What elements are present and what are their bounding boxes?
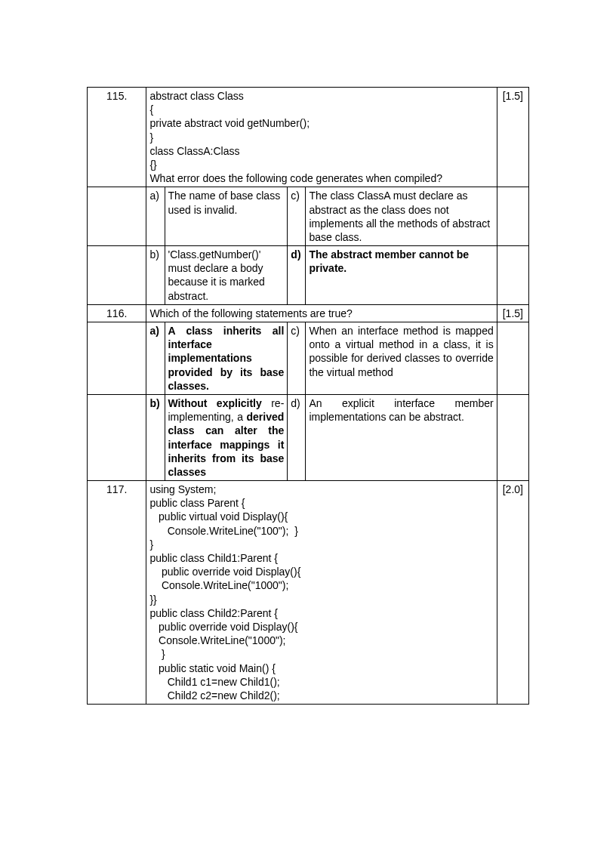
table-row: b) 'Class.getNumber()' must declare a bo…	[88, 246, 529, 305]
question-number: 117.	[88, 481, 146, 705]
table-row: a) A class inherits all interface implem…	[88, 322, 529, 395]
question-text: Which of the following statements are tr…	[146, 304, 497, 322]
option-text: An explicit interface member implementat…	[306, 394, 497, 480]
option-text: 'Class.getNumber()' must declare a body …	[165, 246, 288, 305]
question-table: 115. abstract class Class { private abst…	[87, 87, 529, 705]
option-label: c)	[288, 187, 306, 246]
table-row: 117. using System; public class Parent {…	[88, 481, 529, 705]
question-text: using System; public class Parent { publ…	[146, 481, 497, 705]
option-label: a)	[146, 187, 165, 246]
option-text: The name of base class used is invalid.	[165, 187, 288, 246]
option-label: d)	[288, 394, 306, 480]
option-text: When an interface method is mapped onto …	[306, 322, 497, 395]
question-marks: [2.0]	[497, 481, 528, 705]
question-text: abstract class Class { private abstract …	[146, 88, 497, 187]
option-text: Without explicitly re-implementing, a de…	[165, 394, 288, 480]
option-text: A class inherits all interface implement…	[165, 322, 288, 395]
table-row: a) The name of base class used is invali…	[88, 187, 529, 246]
option-text: The class ClassA must declare as abstrac…	[306, 187, 497, 246]
option-label: b)	[146, 394, 165, 480]
table-row: 115. abstract class Class { private abst…	[88, 88, 529, 187]
option-label: a)	[146, 322, 165, 395]
option-text-part: Without explicitly	[168, 397, 262, 409]
question-marks: [1.5]	[497, 88, 528, 187]
question-marks: [1.5]	[497, 304, 528, 322]
question-number: 115.	[88, 88, 146, 187]
question-number: 116.	[88, 304, 146, 322]
option-text: The abstract member cannot be private.	[306, 246, 497, 305]
option-label: b)	[146, 246, 165, 305]
table-row: 116. Which of the following statements a…	[88, 304, 529, 322]
option-label: d)	[288, 246, 306, 305]
option-label: c)	[288, 322, 306, 395]
table-row: b) Without explicitly re-implementing, a…	[88, 394, 529, 480]
